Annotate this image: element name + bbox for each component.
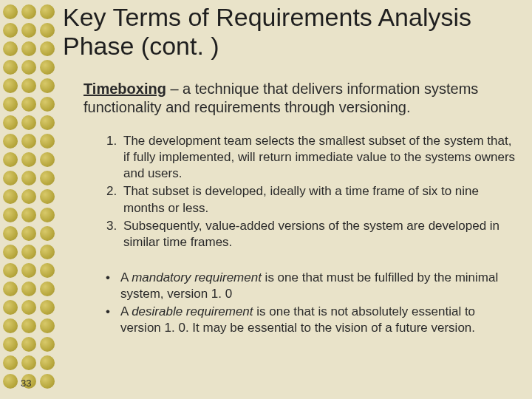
dot-icon (21, 263, 36, 278)
dot-icon (3, 208, 18, 222)
dot-icon (21, 41, 36, 56)
dot-icon (21, 134, 36, 149)
dot-icon (21, 226, 36, 241)
dot-icon (21, 355, 36, 370)
dot-icon (40, 282, 55, 296)
dot-icon (40, 226, 55, 241)
dot-icon (3, 115, 18, 130)
dot-icon (40, 23, 55, 38)
dot-icon (3, 245, 18, 259)
dot-icon (40, 337, 55, 352)
list-item: A desirable requirement is one that is n… (106, 304, 517, 336)
dot-icon (21, 60, 36, 75)
list-item: A mandatory requirement is one that must… (106, 270, 517, 302)
dot-icon (40, 115, 55, 130)
list-item: Subsequently, value-added versions of th… (120, 218, 517, 250)
dot-icon (3, 374, 18, 389)
dot-icon (40, 134, 55, 149)
dot-icon (3, 60, 18, 75)
dot-icon (21, 97, 36, 112)
dot-icon (3, 152, 18, 167)
list-item: The development team selects the smalles… (120, 133, 517, 182)
dot-icon (3, 226, 18, 241)
dot-icon (3, 41, 18, 56)
dot-icon (40, 300, 55, 315)
dot-icon (21, 300, 36, 315)
dot-icon (40, 60, 55, 75)
def-prefix: A (120, 270, 132, 284)
dot-icon (21, 115, 36, 130)
dot-icon (3, 134, 18, 149)
dot-icon (3, 300, 18, 315)
dot-icon (21, 337, 36, 352)
slide-content: Key Terms of Requirements Analysis Phase… (63, 0, 517, 399)
def-em: desirable requirement (132, 304, 253, 318)
dot-icon (40, 318, 55, 333)
dot-icon (3, 97, 18, 112)
dot-icon (3, 337, 18, 352)
intro-paragraph: Timeboxing – a technique that delivers i… (63, 80, 517, 117)
dot-icon (21, 318, 36, 333)
dot-icon (40, 189, 55, 204)
dot-icon (3, 355, 18, 370)
decorative-dot-grid (0, 0, 55, 399)
list-item: That subset is developed, ideally with a… (120, 183, 517, 216)
def-em: mandatory requirement (132, 270, 262, 284)
dot-icon (21, 78, 36, 93)
dot-icon (21, 282, 36, 296)
dot-icon (3, 23, 18, 38)
dot-icon (40, 78, 55, 93)
dot-icon (3, 282, 18, 296)
def-prefix: A (120, 304, 132, 318)
dot-icon (40, 374, 55, 389)
dot-icon (40, 41, 55, 56)
dot-icon (40, 97, 55, 112)
dot-icon (40, 263, 55, 278)
dot-icon (21, 245, 36, 259)
term-name: Timeboxing (83, 81, 166, 97)
dot-icon (40, 152, 55, 167)
dot-icon (21, 4, 36, 19)
dot-icon (3, 189, 18, 204)
dot-icon (3, 263, 18, 278)
dot-icon (3, 318, 18, 333)
definitions-list: A mandatory requirement is one that must… (85, 270, 517, 336)
dot-icon (40, 171, 55, 185)
page-number: 33 (21, 378, 31, 389)
dot-icon (3, 4, 18, 19)
dot-icon (3, 171, 18, 185)
dot-icon (40, 245, 55, 259)
dot-icon (3, 78, 18, 93)
dot-icon (40, 355, 55, 370)
dot-icon (21, 189, 36, 204)
dot-icon (21, 171, 36, 185)
dot-icon (21, 23, 36, 38)
dot-icon (40, 4, 55, 19)
slide-title: Key Terms of Requirements Analysis Phase… (63, 3, 517, 61)
dot-icon (21, 152, 36, 167)
steps-list: The development team selects the smalles… (85, 133, 517, 250)
dot-icon (40, 208, 55, 222)
dot-icon (21, 208, 36, 222)
